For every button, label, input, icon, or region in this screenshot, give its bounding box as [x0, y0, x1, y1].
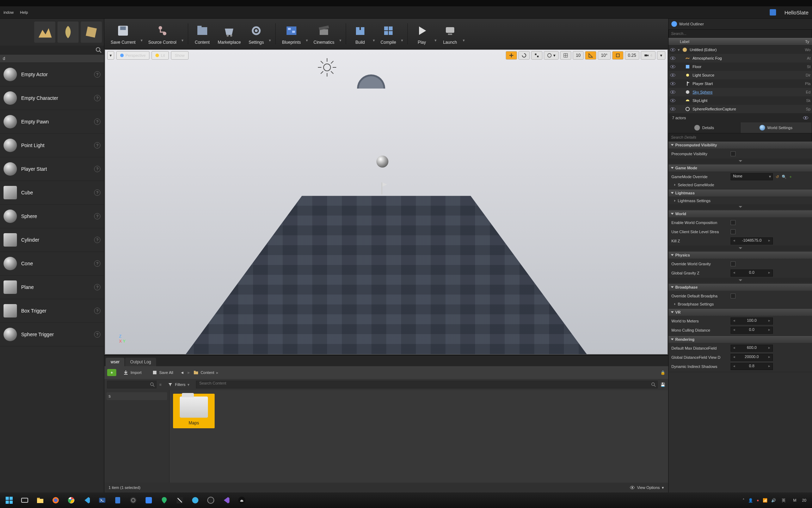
details-tab[interactable]: Details [669, 122, 740, 133]
mode-landscape-icon[interactable] [34, 22, 55, 43]
coord-space-button[interactable]: ▾ [544, 51, 559, 60]
asset-grid[interactable]: Maps [170, 390, 668, 483]
section-precomputed-visibility[interactable]: Precomputed Visibility [669, 141, 812, 149]
number-input[interactable]: ◂20000.0▸ [731, 354, 773, 361]
eye-icon[interactable] [670, 47, 676, 53]
number-input[interactable]: ◂100.0▸ [731, 318, 773, 325]
help-icon[interactable]: ? [94, 260, 100, 267]
section-physics[interactable]: Physics [669, 252, 812, 259]
world-settings-tab[interactable]: World Settings [740, 122, 812, 133]
dropdown-icon[interactable]: ▾ [338, 25, 343, 46]
actor-item[interactable]: Cube? [0, 181, 104, 205]
content-button[interactable]: Content [191, 22, 214, 46]
section-lightmass[interactable]: Lightmass [669, 189, 812, 196]
scale-snap-value[interactable]: 0.25 [625, 51, 639, 60]
menu-window[interactable]: indow [4, 10, 14, 14]
number-input[interactable]: ◂0.8▸ [731, 363, 773, 370]
dropdown-icon[interactable]: ▾ [371, 25, 376, 46]
krita-icon[interactable] [173, 494, 187, 507]
angle-snap-value[interactable]: 10° [598, 51, 610, 60]
help-icon[interactable]: ? [94, 237, 100, 243]
number-input[interactable]: ◂0.0▸ [731, 327, 773, 334]
scale-snap-button[interactable] [612, 51, 623, 60]
eye-icon[interactable] [670, 81, 676, 86]
details-search-input[interactable] [669, 133, 812, 141]
dropdown-icon[interactable]: ▾ [461, 25, 466, 46]
place-actors-category-tab[interactable]: d [0, 55, 104, 63]
reset-icon[interactable]: ↺ [776, 175, 779, 179]
number-input[interactable]: ◂600.0▸ [731, 345, 773, 352]
dropdown-icon[interactable]: ▾ [139, 25, 144, 46]
section-world[interactable]: World [669, 210, 812, 217]
save-current-button[interactable]: Save Current [107, 22, 139, 46]
actor-item[interactable]: Plane? [0, 276, 104, 299]
visual-studio-icon[interactable] [219, 494, 233, 507]
eye-icon[interactable] [670, 55, 676, 61]
section-vr[interactable]: VR [669, 309, 812, 316]
viewport-menu-button[interactable]: ▾ [107, 51, 114, 60]
actor-item[interactable]: Empty Pawn? [0, 110, 104, 134]
outliner-row[interactable]: SkyLightSk [669, 96, 812, 105]
actor-item[interactable]: Point Light? [0, 134, 104, 157]
expand-icon[interactable] [669, 204, 812, 209]
eye-icon[interactable] [803, 115, 808, 121]
compile-button[interactable]: Compile [377, 22, 400, 46]
outliner-search-input[interactable] [669, 29, 812, 38]
angle-snap-button[interactable] [585, 51, 596, 60]
help-icon[interactable]: ? [94, 189, 100, 196]
volume-icon[interactable]: 🔊 [771, 498, 776, 503]
wifi-icon[interactable]: 📶 [763, 498, 768, 503]
grid-snap-value[interactable]: 10 [573, 51, 584, 60]
outliner-row[interactable]: Atmospheric FogAt [669, 54, 812, 62]
transform-scale-button[interactable] [531, 51, 542, 60]
chrome-icon[interactable] [64, 494, 78, 507]
calculator-icon[interactable] [111, 494, 125, 507]
lock-icon[interactable]: 🔒 [660, 370, 665, 375]
obs-icon[interactable] [126, 494, 140, 507]
dropdown-input[interactable]: None [731, 173, 773, 180]
start-button[interactable] [2, 494, 16, 507]
ime-lang[interactable]: 英 [780, 497, 788, 504]
nav-fwd-button[interactable]: ► [187, 370, 191, 375]
transform-rotate-button[interactable] [518, 51, 530, 60]
help-icon[interactable]: ? [94, 95, 100, 101]
eye-icon[interactable] [670, 64, 676, 69]
unreal-icon[interactable] [235, 494, 249, 507]
outliner-col-label[interactable]: Label [680, 40, 802, 44]
expand-icon[interactable] [669, 278, 812, 283]
actor-item[interactable]: Cylinder? [0, 228, 104, 252]
firefox-icon[interactable] [49, 494, 63, 507]
help-icon[interactable]: ? [94, 166, 100, 172]
camera-speed-button[interactable]: 4 [641, 51, 656, 60]
actor-item[interactable]: Sphere Trigger? [0, 323, 104, 346]
eye-icon[interactable] [670, 89, 676, 95]
dropdown-icon[interactable]: ▾ [304, 25, 309, 46]
checkbox[interactable] [731, 220, 736, 225]
section-rendering[interactable]: Rendering [669, 336, 812, 343]
section-broadphase[interactable]: Broadphase [669, 284, 812, 291]
mode-geometry-icon[interactable] [81, 22, 102, 43]
actor-item[interactable]: Player Start? [0, 157, 104, 181]
search-icon[interactable]: 🔍 [782, 175, 787, 179]
prop-expand[interactable]: Selected GameMode [669, 181, 812, 188]
checkbox[interactable] [731, 294, 736, 298]
tree-node[interactable]: s [106, 392, 167, 400]
outliner-row[interactable]: Sky SphereEd [669, 88, 812, 96]
outliner-row[interactable]: SphereReflectionCaptureSp [669, 105, 812, 113]
source-control-button[interactable]: Source Control [145, 22, 180, 46]
file-explorer-icon[interactable] [33, 494, 47, 507]
help-icon[interactable]: ? [94, 284, 100, 290]
chevron-right-icon[interactable]: ▸ [216, 370, 219, 375]
transform-translate-button[interactable] [506, 51, 517, 60]
vscode-icon[interactable] [80, 494, 94, 507]
dropdown-icon[interactable]: ▾ [433, 25, 438, 46]
actor-item[interactable]: Empty Character? [0, 86, 104, 110]
add-icon[interactable]: + [789, 175, 792, 179]
expand-icon[interactable] [669, 246, 812, 250]
help-icon[interactable]: ? [94, 142, 100, 149]
mode-foliage-icon[interactable] [57, 22, 79, 43]
number-input[interactable]: ◂0.0▸ [731, 270, 773, 277]
world-outliner-tab[interactable]: World Outliner [669, 19, 812, 29]
actor-item[interactable]: Empty Actor? [0, 63, 104, 86]
actor-item[interactable]: Box Trigger? [0, 299, 104, 323]
